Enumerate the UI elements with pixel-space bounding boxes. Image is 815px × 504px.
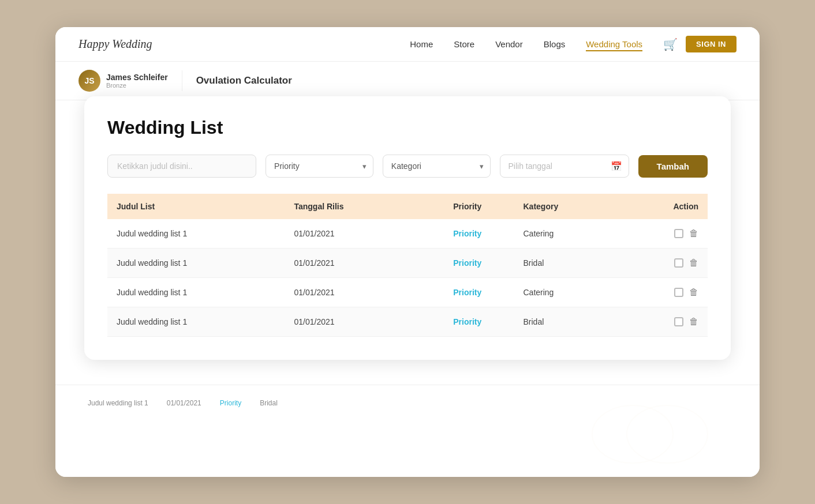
row-priority[interactable]: Priority [421,307,514,337]
nav-item-home[interactable]: Home [410,39,433,50]
action-buttons: 🗑 [630,258,698,268]
user-details: James Schleifer Bronze [106,73,168,89]
th-kategori: Kategory [514,194,620,219]
date-picker-wrap: 📅 [500,155,629,178]
row-judul: Judul wedding list 1 [107,249,285,278]
browser-window: Happy Wedding Home Store Vendor Blogs We… [55,27,760,477]
row-tanggal: 01/01/2021 [285,307,420,337]
row-checkbox[interactable] [674,229,683,238]
nav-link-store[interactable]: Store [454,39,474,49]
action-buttons: 🗑 [630,287,698,298]
tambah-button[interactable]: Tambah [638,155,708,178]
delete-icon[interactable]: 🗑 [689,228,698,239]
table-row: Judul wedding list 1 01/01/2021 Priority… [107,307,708,337]
kategori-select[interactable]: Kategori Catering Bridal [383,155,491,178]
delete-icon[interactable]: 🗑 [689,287,698,298]
table-row: Judul wedding list 1 01/01/2021 Priority… [107,278,708,307]
row-checkbox[interactable] [674,317,683,326]
divider [182,70,182,91]
table-row: Judul wedding list 1 01/01/2021 Priority… [107,249,708,278]
row-kategori: Catering [514,278,620,307]
wedding-table: Judul List Tanggal Rilis Priority Katego… [107,194,708,337]
row-priority[interactable]: Priority [421,249,514,278]
tool-title: Ovulation Calculator [196,75,292,86]
nav-link-blogs[interactable]: Blogs [544,39,566,49]
row-kategori: Bridal [514,307,620,337]
th-tanggal: Tanggal Rilis [285,194,420,219]
row-kategori: Catering [514,219,620,249]
nav-link-vendor[interactable]: Vendor [495,39,523,49]
row-priority[interactable]: Priority [421,219,514,249]
filter-row: Priority High Medium Low ▾ Kategori Cate… [107,155,708,178]
bg-preview-row: Judul wedding list 1 01/01/2021 Priority… [55,385,760,477]
nav-link-home[interactable]: Home [410,39,433,49]
cart-icon[interactable]: 🛒 [663,37,678,51]
row-tanggal: 01/01/2021 [285,249,420,278]
preview-kategori: Bridal [251,399,287,407]
main-card: Wedding List Priority High Medium Low ▾ … [84,96,731,360]
brand-logo: Happy Wedding [78,37,152,51]
row-action: 🗑 [620,307,708,337]
nav-item-blogs[interactable]: Blogs [544,39,566,50]
preview-judul: Judul wedding list 1 [78,399,158,407]
row-judul: Judul wedding list 1 [107,219,285,249]
nav-links: Home Store Vendor Blogs Wedding Tools [410,39,642,50]
row-action: 🗑 [620,219,708,249]
row-tanggal: 01/01/2021 [285,278,420,307]
user-badge: Bronze [106,82,168,89]
th-judul: Judul List [107,194,285,219]
row-judul: Judul wedding list 1 [107,278,285,307]
table-row: Judul wedding list 1 01/01/2021 Priority… [107,219,708,249]
action-buttons: 🗑 [630,228,698,239]
nav-item-vendor[interactable]: Vendor [495,39,523,50]
page-title: Wedding List [107,117,708,138]
user-info: JS James Schleifer Bronze [78,70,168,92]
th-action: Action [620,194,708,219]
sub-header: JS James Schleifer Bronze Ovulation Calc… [55,62,760,100]
th-priority: Priority [421,194,514,219]
action-buttons: 🗑 [630,317,698,327]
avatar: JS [78,70,100,92]
row-judul: Judul wedding list 1 [107,307,285,337]
preview-row-content: Judul wedding list 1 01/01/2021 Priority… [78,394,737,407]
date-input[interactable] [500,155,629,178]
nav-item-store[interactable]: Store [454,39,474,50]
table-header-row: Judul List Tanggal Rilis Priority Katego… [107,194,708,219]
preview-tanggal: 01/01/2021 [158,399,211,407]
row-kategori: Bridal [514,249,620,278]
priority-select[interactable]: Priority High Medium Low [266,155,373,178]
top-nav: Happy Wedding Home Store Vendor Blogs We… [55,27,760,62]
row-priority[interactable]: Priority [421,278,514,307]
nav-actions: 🛒 SIGN IN [663,36,737,52]
kategori-select-wrap: Kategori Catering Bridal ▾ [383,155,491,178]
priority-select-wrap: Priority High Medium Low ▾ [266,155,373,178]
search-input[interactable] [107,155,256,178]
table-body: Judul wedding list 1 01/01/2021 Priority… [107,219,708,337]
user-name: James Schleifer [106,73,168,82]
table-header: Judul List Tanggal Rilis Priority Katego… [107,194,708,219]
row-checkbox[interactable] [674,288,683,297]
delete-icon[interactable]: 🗑 [689,317,698,327]
row-tanggal: 01/01/2021 [285,219,420,249]
delete-icon[interactable]: 🗑 [689,258,698,268]
row-checkbox[interactable] [674,258,683,268]
preview-priority: Priority [211,399,251,407]
brand-name: Happy Wedding [78,37,152,51]
nav-link-wedding-tools[interactable]: Wedding Tools [586,39,642,51]
row-action: 🗑 [620,278,708,307]
nav-item-wedding-tools[interactable]: Wedding Tools [586,39,642,50]
row-action: 🗑 [620,249,708,278]
sign-in-button[interactable]: SIGN IN [686,36,737,52]
